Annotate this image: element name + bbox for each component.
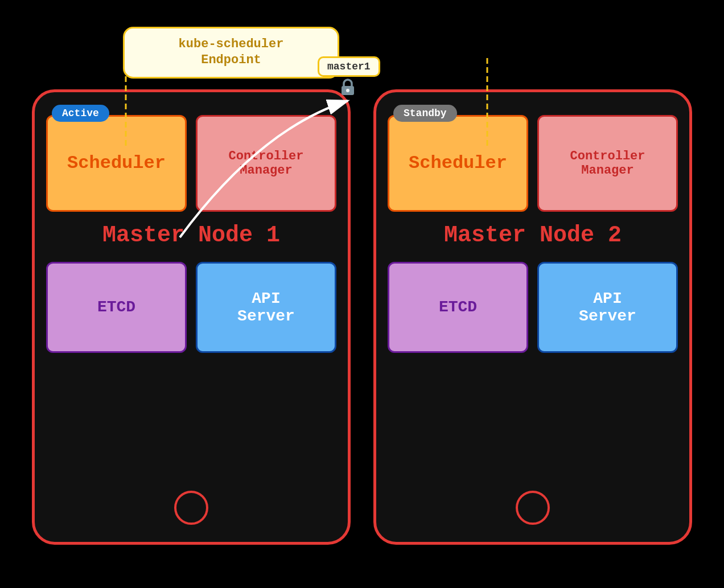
node1-phone-frame: Active Scheduler Controller Manager Mast… (32, 89, 351, 545)
node2-scheduler-label: Scheduler (409, 153, 507, 174)
node2-etcd-label: ETCD (439, 298, 477, 316)
node2-master-label: Master Node 2 (388, 223, 678, 248)
node2-content: Standby Scheduler Controller Manager Mas… (388, 104, 678, 485)
node2-phone-frame: Standby Scheduler Controller Manager Mas… (373, 89, 692, 545)
endpoint-label: kube-scheduler Endpoint (138, 36, 324, 69)
node2-api-label: API Server (579, 290, 636, 325)
node2-etcd-box: ETCD (388, 262, 528, 353)
node1-components-row: Active Scheduler Controller Manager (46, 115, 336, 212)
node1-etcd-box: ETCD (46, 262, 187, 353)
endpoint-box: kube-scheduler Endpoint (123, 27, 339, 79)
node1-api-box: API Server (196, 262, 336, 353)
node1-master-label: Master Node 1 (46, 223, 336, 248)
standby-badge: Standby (393, 105, 457, 122)
master1-badge: master1 (318, 56, 380, 77)
node2-scheduler-box: Scheduler (388, 115, 528, 212)
node1-scheduler-box: Scheduler (46, 115, 187, 212)
node2-components-row: Standby Scheduler Controller Manager (388, 115, 678, 212)
node2-home-button (516, 491, 550, 525)
node2-controller-label: Controller Manager (570, 149, 645, 178)
svg-point-4 (346, 89, 349, 92)
node2-bottom-row: ETCD API Server (388, 262, 678, 353)
node1-etcd-label: ETCD (97, 298, 135, 316)
lock-icon (338, 77, 358, 97)
node1-scheduler-label: Scheduler (67, 153, 166, 174)
node2-controller-box: Controller Manager (537, 115, 678, 212)
node1-content: Active Scheduler Controller Manager Mast… (46, 104, 336, 485)
node1-controller-box: Controller Manager (196, 115, 336, 212)
diagram-container: kube-scheduler Endpoint master1 Active S… (20, 15, 704, 573)
active-badge: Active (52, 105, 109, 122)
node1-api-label: API Server (237, 290, 295, 325)
node1-controller-label: Controller Manager (228, 149, 303, 178)
master1-label: master1 (327, 61, 371, 72)
node2-api-box: API Server (537, 262, 678, 353)
node1-home-button (174, 491, 208, 525)
node1-bottom-row: ETCD API Server (46, 262, 336, 353)
